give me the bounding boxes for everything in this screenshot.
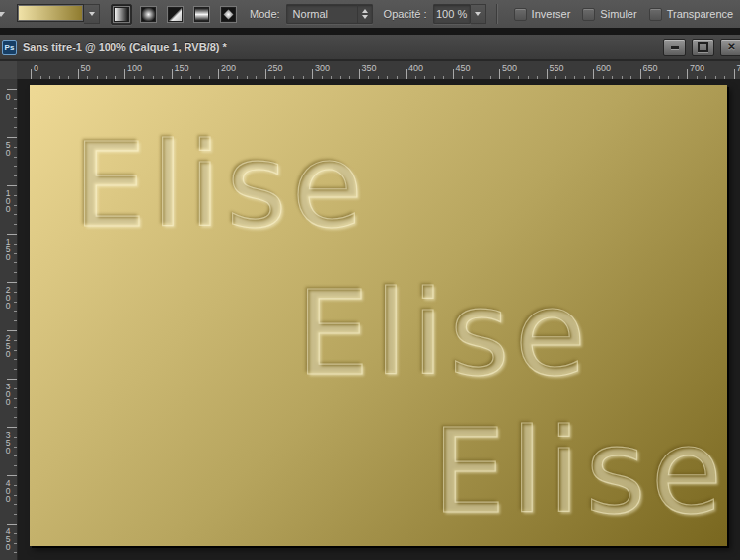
panel-divider: [0, 28, 740, 35]
ruler-tick: [14, 543, 17, 544]
ruler-label: 450: [456, 63, 471, 73]
horizontal-ruler[interactable]: 0501001502002503003504004505005506006507…: [17, 61, 740, 80]
ruler-tick: [14, 311, 17, 312]
minimize-button[interactable]: [663, 39, 686, 56]
ruler-tick: [7, 234, 17, 235]
opacity-input[interactable]: 100 %: [433, 4, 471, 24]
ruler-label: 750: [737, 63, 740, 73]
ruler-tick: [14, 417, 17, 418]
chevron-up-icon: [362, 9, 368, 13]
ruler-tick: [7, 137, 17, 138]
ruler-label: 0: [34, 63, 38, 73]
ruler-tick: [218, 69, 219, 79]
inverser-checkbox-group[interactable]: Inverser: [514, 8, 571, 21]
gradient-dropdown-button[interactable]: [84, 4, 100, 24]
simuler-checkbox-group[interactable]: Simuler: [582, 8, 636, 21]
document-titlebar[interactable]: Ps Sans titre-1 @ 100% (Calque 1, RVB/8)…: [0, 35, 740, 61]
ruler-tick: [14, 533, 17, 534]
gradient-type-radial-button[interactable]: [138, 4, 159, 25]
chevron-down-icon: [475, 12, 481, 16]
ruler-tick: [7, 379, 17, 380]
photoshop-app: Mode: Normal Opacité : 100 % Inverser Si…: [0, 0, 740, 560]
ruler-label: 700: [690, 63, 704, 73]
ruler-tick: [14, 272, 17, 273]
minimize-icon: [671, 46, 679, 49]
maximize-icon: [698, 42, 708, 52]
ruler-tick: [14, 552, 17, 553]
tool-preset-arrow-icon[interactable]: [0, 12, 5, 17]
ruler-origin-corner[interactable]: [0, 61, 18, 80]
simuler-label: Simuler: [600, 8, 636, 20]
embossed-text: Elise: [296, 275, 591, 391]
gradient-type-diamond-button[interactable]: [218, 4, 239, 25]
radial-gradient-icon: [141, 7, 156, 22]
ruler-label: 250: [3, 333, 13, 357]
ruler-tick: [14, 224, 17, 225]
ruler-tick: [453, 69, 454, 79]
ruler-label: 200: [221, 63, 236, 73]
opacity-label: Opacité :: [384, 8, 427, 20]
ruler-tick: [14, 340, 17, 341]
vertical-ruler[interactable]: 050100150200250300350400450: [0, 79, 18, 560]
gradient-swatch[interactable]: [17, 4, 84, 22]
ruler-tick: [14, 514, 17, 515]
ruler-tick: [406, 69, 407, 79]
ruler-tick: [14, 99, 17, 100]
ruler-tick: [14, 175, 17, 176]
gradient-type-reflected-button[interactable]: [191, 4, 212, 25]
transparence-checkbox-group[interactable]: Transparence: [649, 8, 733, 21]
ruler-label: 400: [3, 478, 13, 502]
inverser-checkbox[interactable]: [514, 8, 527, 21]
ruler-tick: [14, 359, 17, 360]
ruler-tick: [640, 69, 641, 79]
opacity-dropdown-button[interactable]: [471, 4, 486, 24]
maximize-button[interactable]: [692, 39, 714, 56]
angle-gradient-icon: [168, 7, 183, 22]
gradient-type-buttons: [111, 4, 239, 25]
ruler-tick: [14, 262, 17, 263]
ruler-label: 350: [3, 430, 13, 454]
ruler-label: 500: [502, 63, 517, 73]
embossed-text: Elise: [432, 413, 727, 529]
ruler-tick: [499, 69, 500, 79]
ruler-tick: [14, 485, 17, 486]
gradient-type-angle-button[interactable]: [165, 4, 185, 25]
ruler-label: 600: [596, 63, 611, 73]
ruler-tick: [7, 330, 17, 331]
ruler-label: 100: [127, 63, 142, 73]
separator: [496, 4, 498, 24]
photoshop-icon: Ps: [2, 40, 17, 55]
ruler-label: 300: [3, 382, 13, 405]
gradient-picker: [17, 4, 100, 24]
gradient-type-linear-button[interactable]: [111, 4, 132, 25]
transparence-checkbox[interactable]: [649, 8, 662, 21]
ruler-tick: [14, 157, 17, 158]
ruler-tick: [14, 465, 17, 466]
ruler-tick: [14, 117, 17, 118]
mode-value: Normal: [287, 8, 357, 20]
tool-options-bar: Mode: Normal Opacité : 100 % Inverser Si…: [0, 0, 740, 29]
ruler-tick: [14, 504, 17, 505]
ruler-label: 450: [3, 526, 13, 550]
ruler-tick: [14, 166, 17, 167]
transparence-label: Transparence: [667, 8, 733, 20]
ruler-tick: [7, 282, 17, 283]
ruler-label: 50: [3, 140, 13, 156]
ruler-tick: [14, 302, 17, 303]
chevron-down-icon: [362, 15, 368, 19]
mode-dropdown[interactable]: Normal: [286, 4, 373, 24]
ruler-label: 200: [3, 285, 13, 309]
simuler-checkbox[interactable]: [582, 8, 595, 21]
ruler-tick: [7, 185, 17, 186]
ruler-tick: [124, 69, 125, 79]
ruler-tick: [547, 69, 548, 79]
ruler-tick: [14, 398, 17, 399]
reflected-gradient-icon: [194, 7, 209, 22]
ruler-tick: [359, 69, 360, 79]
ruler-tick: [14, 369, 17, 370]
embossed-text: Elise: [73, 127, 368, 244]
close-button[interactable]: ✕: [720, 39, 740, 56]
ruler-tick: [687, 69, 688, 79]
dropdown-arrows-icon: [357, 5, 372, 23]
canvas[interactable]: EliseEliseElise: [30, 85, 727, 546]
